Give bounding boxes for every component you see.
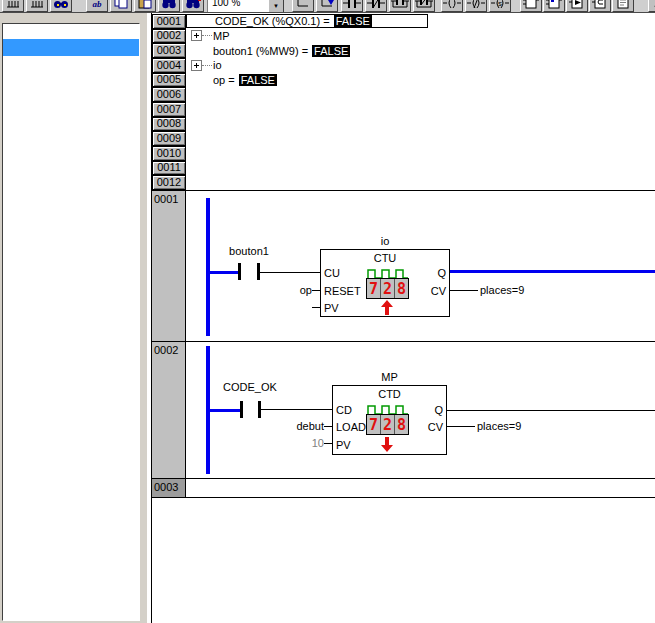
watch-expression-row[interactable]: bouton1 (%MW9) = FALSE xyxy=(186,45,350,57)
tree-item-label[interactable]: MP xyxy=(213,30,230,42)
block-type-label: CTU xyxy=(321,252,449,264)
insert-function-block-en-button[interactable] xyxy=(543,0,565,12)
value-badge[interactable]: FALSE xyxy=(334,15,372,27)
cv-operand-places[interactable]: places=9 xyxy=(480,284,524,296)
insert-contact-parallel-button[interactable] xyxy=(389,0,411,12)
contact-icon xyxy=(343,0,361,9)
watch-row: 0012 xyxy=(152,175,655,190)
tree-expander[interactable] xyxy=(191,60,202,71)
watch-row: 0010 xyxy=(152,146,655,161)
watch-line-number[interactable]: 0006 xyxy=(152,87,186,102)
operand-pv-constant[interactable]: 10 xyxy=(280,437,324,449)
insert-coil-negated-button[interactable] xyxy=(465,0,487,12)
rung-number[interactable]: 0001 xyxy=(152,191,186,341)
watch-line-number[interactable]: 0011 xyxy=(152,161,186,176)
find-next-button[interactable] xyxy=(158,0,180,12)
new-network-button[interactable] xyxy=(2,0,24,12)
section-divider xyxy=(151,190,655,191)
watch-line-number[interactable]: 0005 xyxy=(152,73,186,88)
find-previous-button[interactable] xyxy=(182,0,204,12)
plc-editor-window: ab 100 % ▼ xyxy=(0,0,655,623)
section-divider xyxy=(151,478,655,479)
new-network-after-button[interactable] xyxy=(26,0,48,12)
tree-connector xyxy=(202,65,212,66)
power-rail xyxy=(206,198,210,336)
contact-label[interactable]: bouton1 xyxy=(216,245,282,257)
watch-line-number[interactable]: 0012 xyxy=(152,175,186,190)
find-text-icon: ab xyxy=(93,0,102,9)
insert-contact-button[interactable] xyxy=(341,0,363,12)
contact-bar[interactable] xyxy=(240,401,243,418)
comment-icon xyxy=(615,0,631,9)
insert-jump-button[interactable] xyxy=(566,0,588,12)
list-item[interactable] xyxy=(3,24,139,39)
watch-row: 0009 xyxy=(152,131,655,146)
watch-line-number[interactable]: 0007 xyxy=(152,102,186,117)
declaration-list[interactable] xyxy=(2,23,140,621)
wire xyxy=(447,410,655,411)
ctd-block[interactable]: CTD CD LOAD PV Q CV 7 2 8 xyxy=(332,385,447,455)
contact-negated-icon xyxy=(367,0,385,9)
watch-expression-row[interactable]: CODE_OK (%QX0.1) = FALSE xyxy=(186,14,428,28)
network-icon xyxy=(6,0,20,9)
network-corner-arrow-icon xyxy=(320,0,334,9)
watch-line-number[interactable]: 0002 xyxy=(152,29,186,44)
insert-network-button[interactable] xyxy=(292,0,314,12)
expression-text: op = xyxy=(213,74,235,86)
copy-button[interactable] xyxy=(110,0,132,12)
watch-window: 0001 CODE_OK (%QX0.1) = FALSE 0002 MP 00… xyxy=(152,14,655,190)
block-instance-label[interactable]: io xyxy=(320,235,450,247)
cv-operand-places[interactable]: places=9 xyxy=(477,420,521,432)
insert-contact-negated-button[interactable] xyxy=(365,0,387,12)
watch-line-number[interactable]: 0004 xyxy=(152,58,186,73)
pin-cv: CV xyxy=(428,421,443,433)
operand-op[interactable]: op xyxy=(270,284,312,296)
pin-pv: PV xyxy=(324,302,339,314)
watch-line-number[interactable]: 0001 xyxy=(152,14,186,29)
watch-line-number[interactable]: 0008 xyxy=(152,117,186,132)
wire xyxy=(312,307,320,308)
watch-line-number[interactable]: 0010 xyxy=(152,146,186,161)
wire xyxy=(324,426,332,427)
insert-coil-button[interactable] xyxy=(441,0,463,12)
insert-coil-set-button[interactable]: s xyxy=(489,0,511,12)
selection-arrow-button[interactable] xyxy=(648,0,655,12)
pin-q: Q xyxy=(434,404,443,416)
return-icon xyxy=(592,0,608,9)
wire xyxy=(260,272,320,273)
paste-button[interactable] xyxy=(134,0,156,12)
watch-row: 0002 MP xyxy=(152,29,655,44)
insert-network-below-button[interactable] xyxy=(316,0,338,12)
watch-line-number[interactable]: 0009 xyxy=(152,131,186,146)
watch-line-number[interactable]: 0003 xyxy=(152,43,186,58)
insert-contact-parallel-negated-button[interactable] xyxy=(413,0,435,12)
monitoring-glasses-button[interactable] xyxy=(50,0,72,12)
left-panel xyxy=(0,13,147,623)
watch-row: 0001 CODE_OK (%QX0.1) = FALSE xyxy=(152,14,655,29)
tree-item-label[interactable]: io xyxy=(213,59,222,71)
section-divider xyxy=(151,341,655,342)
contact-bar[interactable] xyxy=(238,263,241,280)
rung-number-selected[interactable]: 0003 xyxy=(152,479,186,497)
insert-return-button[interactable] xyxy=(589,0,611,12)
wire xyxy=(312,290,320,291)
insert-function-block-button[interactable] xyxy=(520,0,542,12)
ctu-block[interactable]: CTU CU RESET PV Q CV 7 2 8 xyxy=(320,249,450,317)
list-item-selected[interactable] xyxy=(3,39,139,56)
value-badge[interactable]: FALSE xyxy=(312,45,350,57)
zoom-dropdown-button[interactable]: ▼ xyxy=(268,0,284,13)
contact-label[interactable]: CODE_OK xyxy=(212,381,288,393)
block-instance-label[interactable]: MP xyxy=(332,371,447,383)
pin-load: LOAD xyxy=(336,421,366,433)
watch-expression-row[interactable]: op = FALSE xyxy=(186,74,277,86)
tree-expander[interactable] xyxy=(191,30,202,41)
pin-reset: RESET xyxy=(324,285,361,297)
rung-number[interactable]: 0002 xyxy=(152,342,186,478)
value-badge[interactable]: FALSE xyxy=(239,74,277,86)
operand-debut[interactable]: debut xyxy=(268,420,324,432)
zoom-select[interactable]: 100 % xyxy=(207,0,268,13)
find-text-button[interactable]: ab xyxy=(86,0,108,12)
wire-powered xyxy=(208,271,238,274)
insert-comment-button[interactable] xyxy=(612,0,634,12)
binoculars-icon xyxy=(185,0,201,9)
